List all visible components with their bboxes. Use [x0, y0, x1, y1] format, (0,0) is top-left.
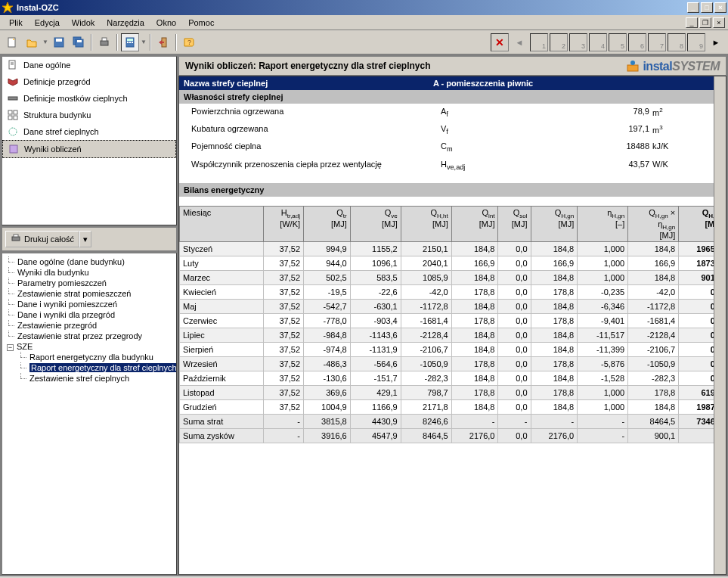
print-dropdown-button[interactable]: ▾ [79, 231, 91, 247]
svg-rect-4 [56, 39, 62, 42]
new-file-icon[interactable] [3, 33, 21, 51]
close-button[interactable]: × [714, 2, 726, 13]
nav-dane-stref[interactable]: Dane stref cieplnych [2, 123, 176, 140]
balance-table: Miesiąc Htr,adj[W/K] Qtr[MJ] Qve[MJ] QH,… [179, 206, 726, 443]
tree-item[interactable]: Dane i wyniki pomieszczeń [4, 299, 175, 309]
mdi-minimize-button[interactable]: _ [686, 17, 698, 28]
nav-definicje-mostkow[interactable]: Definicje mostków cieplnych [2, 90, 176, 107]
nav-dane-ogolne[interactable]: Dane ogólne [2, 57, 176, 73]
mdi-close-button[interactable]: × [713, 17, 725, 28]
save-all-icon[interactable] [70, 33, 88, 51]
table-sum-row: Suma zysków-3916,64547,98464,52176,00,02… [180, 429, 726, 443]
th: Qint[MJ] [451, 206, 498, 241]
nav-page-8[interactable]: 8 [668, 33, 686, 51]
nav-page-4[interactable]: 4 [589, 33, 607, 51]
th: Qsol[MJ] [498, 206, 531, 241]
app-icon [2, 2, 14, 14]
svg-rect-23 [8, 116, 12, 120]
svg-rect-27 [12, 237, 20, 241]
table-row: Luty37,52944,01096,12040,1166,90,0166,91… [180, 256, 726, 271]
nav-label: Dane ogólne [23, 61, 70, 70]
tree-item[interactable]: Dane i wyniki dla przegród [4, 309, 175, 320]
title-bar: Instal-OZC _ □ × [0, 0, 728, 15]
maximize-button[interactable]: □ [701, 2, 713, 13]
menu-pomoc[interactable]: Pomoc [182, 17, 220, 29]
svg-rect-22 [14, 110, 17, 114]
exit-icon[interactable] [154, 33, 172, 51]
zone-name-value: A - pomieszczenia piwnic [433, 79, 533, 88]
mdi-restore-button[interactable]: ❐ [699, 17, 711, 28]
collapse-icon[interactable]: − [7, 344, 14, 351]
print-all-button[interactable]: Drukuj całość [5, 231, 79, 247]
nav-close-icon[interactable]: ✕ [491, 33, 509, 51]
tree-sze[interactable]: −SZE [4, 341, 175, 352]
calc-dropdown-icon[interactable]: ▼ [141, 39, 147, 45]
menu-edycja[interactable]: Edycja [29, 17, 66, 29]
svg-rect-20 [8, 97, 17, 100]
tree-item[interactable]: Parametry pomieszczeń [4, 278, 175, 288]
prop-row: Pojemność cieplna Cm 18488 kJ/K [179, 138, 726, 156]
th: Htr,adj[W/K] [264, 206, 304, 241]
table-row: Lipiec37,52-984,8-1143,6-2128,4184,80,01… [180, 328, 726, 343]
save-icon[interactable] [50, 33, 68, 51]
open-file-icon[interactable] [23, 33, 41, 51]
navigation-panel: Dane ogólne Definicje przegród Definicje… [2, 56, 177, 225]
zone-name-bar: Nazwa strefy cieplnej A - pomieszczenia … [179, 76, 726, 90]
nav-next-icon[interactable]: ► [707, 33, 725, 51]
nav-definicje-przegrod[interactable]: Definicje przegród [2, 73, 176, 90]
menu-narzedzia[interactable]: Narzędzia [101, 17, 150, 29]
th: QH,gn ×ηH,gn[MJ] [628, 206, 679, 241]
results-icon [8, 143, 20, 155]
menu-plik[interactable]: Plik [3, 17, 29, 29]
th: QH,gn[MJ] [531, 206, 578, 241]
tree-item[interactable]: Zestawienie strat przez przegrody [4, 331, 175, 341]
vertical-scrollbar[interactable] [714, 76, 726, 574]
svg-rect-11 [127, 39, 133, 41]
svg-rect-26 [10, 145, 17, 153]
menu-widok[interactable]: Widok [66, 17, 101, 29]
content-area: Nazwa strefy cieplnej A - pomieszczenia … [178, 76, 726, 575]
logo: instalSYSTEM [626, 59, 720, 73]
nav-page-1[interactable]: 1 [530, 33, 548, 51]
tree-sze-child[interactable]: Zestawienie stref cieplnych [4, 373, 175, 384]
nav-label: Struktura budynku [23, 110, 91, 120]
nav-page-3[interactable]: 3 [569, 33, 587, 51]
prop-row: Współczynnik przenoszenia ciepła przez w… [179, 157, 726, 174]
tree-sze-child[interactable]: Raport energetyczny dla budynku [4, 352, 175, 362]
menu-okno[interactable]: Okno [150, 17, 182, 29]
calculator-icon[interactable] [121, 33, 139, 51]
tree-item[interactable]: Dane ogólne (dane budynku) [4, 256, 175, 267]
minimize-button[interactable]: _ [687, 2, 699, 13]
table-row: Marzec37,52502,5583,51085,9184,80,0184,8… [180, 271, 726, 285]
tree-item[interactable]: Wyniki dla budynku [4, 267, 175, 278]
table-sum-row: Suma strat-3815,84430,98246,6----8464,57… [180, 415, 726, 429]
tree-item[interactable]: Zestawienie strat pomieszczeń [4, 288, 175, 299]
nav-page-9[interactable]: 9 [687, 33, 705, 51]
table-row: Wrzesień37,52-486,3-564,6-1050,9178,80,0… [180, 357, 726, 371]
nav-wyniki-obliczen[interactable]: Wyniki obliczeń [2, 140, 176, 158]
balance-header: Bilans energetyczny [179, 183, 726, 197]
content-title: Wyniki obliczeń: Raport energetyczny dla… [185, 61, 431, 71]
print-icon[interactable] [95, 33, 113, 51]
nav-page-6[interactable]: 6 [628, 33, 646, 51]
open-dropdown-icon[interactable]: ▼ [42, 39, 48, 45]
table-row: Grudzień37,521004,91166,92171,8184,80,01… [180, 400, 726, 415]
zone-icon [7, 126, 19, 138]
nav-page-5[interactable]: 5 [609, 33, 627, 51]
svg-rect-21 [8, 110, 12, 114]
th: Qve[MJ] [350, 206, 401, 241]
tree-panel: Dane ogólne (dane budynku) Wyniki dla bu… [2, 253, 177, 575]
help-icon[interactable]: ? [180, 33, 198, 51]
content-header: Wyniki obliczeń: Raport energetyczny dla… [178, 56, 726, 76]
tree-item[interactable]: Zestawienie przegród [4, 320, 175, 331]
print-label: Drukuj całość [24, 235, 74, 244]
th-month: Miesiąc [180, 206, 264, 241]
bridge-icon [7, 92, 19, 104]
nav-struktura-budynku[interactable]: Struktura budynku [2, 107, 176, 123]
nav-page-7[interactable]: 7 [648, 33, 666, 51]
nav-label: Definicje mostków cieplnych [23, 94, 128, 103]
nav-prev-icon[interactable]: ◄ [510, 33, 528, 51]
tree-sze-child-selected[interactable]: Raport energetyczny dla stref cieplnych [4, 362, 175, 373]
nav-page-2[interactable]: 2 [550, 33, 568, 51]
zone-name-label: Nazwa strefy cieplnej [184, 79, 433, 88]
